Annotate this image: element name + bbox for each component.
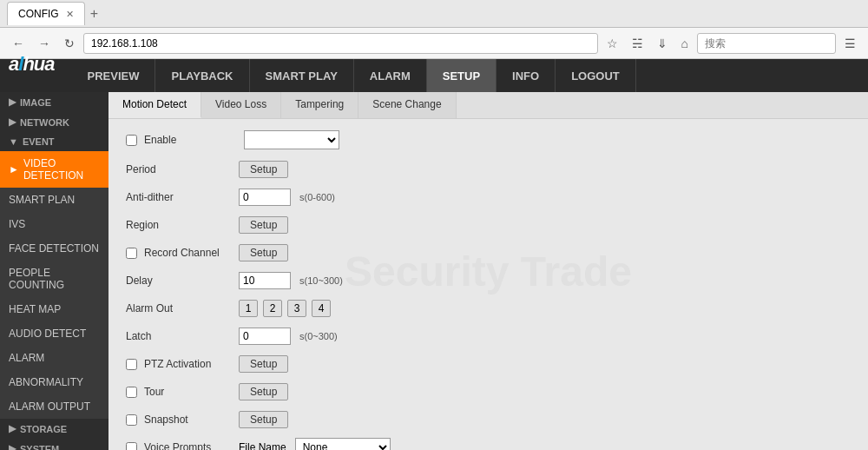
nav-tabs: PREVIEW PLAYBACK SMART PLAY ALARM SETUP … — [72, 59, 636, 92]
tour-checkbox[interactable] — [126, 387, 137, 398]
sidebar-item-image[interactable]: ▶ IMAGE — [0, 92, 108, 112]
browser-tab[interactable]: CONFIG ✕ — [7, 2, 85, 25]
delay-label: Delay — [126, 275, 239, 287]
enable-row: Enable — [126, 129, 851, 150]
nav-tab-preview[interactable]: PREVIEW — [72, 59, 156, 92]
nav-tab-alarm[interactable]: ALARM — [354, 59, 427, 92]
sidebar-item-smart-plan[interactable]: SMART PLAN — [0, 188, 108, 212]
sidebar-item-alarm[interactable]: ALARM — [0, 346, 108, 370]
snapshot-checkbox[interactable] — [126, 414, 137, 426]
tour-value: Setup — [239, 383, 288, 400]
nav-tab-logout[interactable]: LOGOUT — [556, 59, 636, 92]
content-area: Security Trade Motion Detect Video Loss … — [108, 92, 868, 450]
sidebar-item-heat-map[interactable]: HEAT MAP — [0, 297, 108, 321]
app-container: alhua TECHNOLOGY PREVIEW PLAYBACK SMART … — [0, 59, 868, 450]
latch-input[interactable] — [239, 328, 291, 345]
anti-dither-hint: s(0-600) — [299, 192, 335, 202]
region-setup-button[interactable]: Setup — [239, 216, 288, 234]
period-setup-button[interactable]: Setup — [239, 161, 288, 178]
tour-setup-button[interactable]: Setup — [239, 383, 288, 400]
home-button[interactable]: ⌂ — [676, 33, 694, 54]
record-channel-row: Record Channel Setup — [126, 242, 851, 263]
form-area: Enable Period Setup — [108, 119, 868, 450]
download-button[interactable]: ⇓ — [652, 33, 673, 54]
ptz-setup-button[interactable]: Setup — [239, 355, 288, 373]
chevron-right-icon2: ▶ — [9, 116, 16, 128]
sidebar-item-system[interactable]: ▶ SYSTEM — [0, 439, 108, 450]
delay-hint: s(10~300) — [299, 275, 343, 286]
latch-row: Latch s(0~300) — [126, 326, 851, 347]
sidebar-label-event: EVENT — [23, 136, 55, 147]
chevron-down-icon: ▼ — [9, 136, 18, 147]
sidebar: ▶ IMAGE ▶ NETWORK ▼ EVENT ► VIDEO DETECT… — [0, 92, 108, 450]
enable-checkbox[interactable] — [126, 135, 137, 146]
sidebar-item-ivs[interactable]: IVS — [0, 212, 108, 236]
region-label: Region — [126, 219, 239, 231]
chevron-right-icon: ▶ — [9, 96, 16, 108]
back-button[interactable]: ← — [7, 33, 30, 54]
sidebar-item-audio-detect[interactable]: AUDIO DETECT — [0, 321, 108, 346]
snapshot-setup-button[interactable]: Setup — [239, 411, 288, 428]
sub-tab-video-loss[interactable]: Video Loss — [201, 92, 281, 118]
delay-row: Delay s(10~300) — [126, 270, 851, 291]
snapshot-value: Setup — [239, 411, 288, 428]
record-channel-checkbox[interactable] — [126, 248, 137, 259]
browser-toolbar: ← → ↻ ☆ ☵ ⇓ ⌂ ☰ — [0, 28, 868, 59]
sidebar-label-image: IMAGE — [20, 97, 51, 108]
menu-button[interactable]: ☰ — [839, 33, 861, 54]
sidebar-label-abnormality: ABNORMALITY — [9, 376, 83, 388]
file-name-dropdown[interactable]: None — [295, 438, 391, 450]
sidebar-item-abnormality[interactable]: ABNORMALITY — [0, 370, 108, 394]
sidebar-label-alarm: ALARM — [9, 352, 44, 364]
sub-tab-tampering[interactable]: Tampering — [281, 92, 358, 118]
sidebar-item-alarm-output[interactable]: ALARM OUTPUT — [0, 394, 108, 419]
latch-label: Latch — [126, 330, 239, 342]
voice-label: Voice Prompts — [126, 441, 239, 450]
nav-tab-smartplay[interactable]: SMART PLAY — [250, 59, 354, 92]
sidebar-label-audio-detect: AUDIO DETECT — [9, 328, 86, 340]
sidebar-item-face-detection[interactable]: FACE DETECTION — [0, 236, 108, 261]
alarm-out-label: Alarm Out — [126, 302, 239, 314]
address-bar[interactable] — [83, 33, 598, 54]
reader-button[interactable]: ☵ — [627, 33, 648, 54]
voice-value: File Name None — [239, 438, 391, 450]
alarm-btn-1[interactable]: 1 — [239, 300, 258, 317]
sub-tab-motion-detect[interactable]: Motion Detect — [108, 92, 201, 118]
nav-tab-setup[interactable]: SETUP — [427, 59, 496, 92]
sidebar-item-video-detection[interactable]: ► VIDEO DETECTION — [0, 151, 108, 188]
enable-dropdown[interactable] — [244, 130, 339, 149]
voice-checkbox[interactable] — [126, 442, 137, 451]
sidebar-label-ivs: IVS — [9, 218, 25, 230]
sub-tab-scene-change[interactable]: Scene Change — [358, 92, 456, 118]
tab-close-icon[interactable]: ✕ — [66, 9, 74, 20]
delay-input[interactable] — [239, 272, 291, 289]
bookmark-button[interactable]: ☆ — [602, 33, 623, 54]
record-channel-value: Setup — [239, 244, 288, 261]
new-tab-button[interactable]: + — [85, 1, 103, 27]
reload-button[interactable]: ↻ — [59, 33, 80, 54]
record-channel-setup-button[interactable]: Setup — [239, 244, 288, 261]
sidebar-item-people-counting[interactable]: PEOPLE COUNTING — [0, 261, 108, 297]
sidebar-label-alarm-output: ALARM OUTPUT — [9, 400, 90, 413]
sidebar-item-network[interactable]: ▶ NETWORK — [0, 112, 108, 132]
sidebar-item-storage[interactable]: ▶ STORAGE — [0, 419, 108, 439]
alarm-out-value: 1 2 3 4 — [239, 300, 331, 317]
sidebar-label-smart-plan: SMART PLAN — [9, 194, 75, 206]
sidebar-item-event[interactable]: ▼ EVENT — [0, 132, 108, 151]
forward-button[interactable]: → — [33, 33, 56, 54]
file-name-label: File Name — [239, 441, 286, 450]
snapshot-row: Snapshot Setup — [126, 409, 851, 430]
enable-value — [244, 130, 339, 149]
ptz-row: PTZ Activation Setup — [126, 354, 851, 374]
ptz-checkbox[interactable] — [126, 359, 137, 370]
anti-dither-input[interactable] — [239, 189, 291, 206]
nav-tab-playback[interactable]: PLAYBACK — [155, 59, 249, 92]
alarm-btn-4[interactable]: 4 — [312, 300, 331, 317]
search-input[interactable] — [697, 33, 836, 54]
latch-value: s(0~300) — [239, 328, 338, 345]
alarm-btn-2[interactable]: 2 — [263, 300, 282, 317]
alarm-btn-3[interactable]: 3 — [287, 300, 306, 317]
nav-tab-info[interactable]: INFO — [496, 59, 556, 92]
sidebar-label-face-detection: FACE DETECTION — [9, 242, 99, 255]
browser-titlebar: CONFIG ✕ + — [0, 0, 868, 28]
